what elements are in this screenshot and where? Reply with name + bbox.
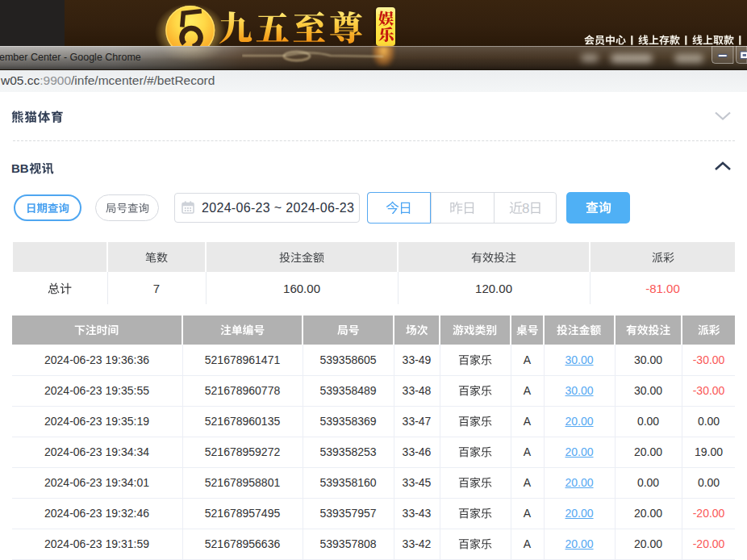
svg-text:8: 8 — [522, 201, 529, 216]
svg-text:BB: BB — [11, 161, 29, 174]
